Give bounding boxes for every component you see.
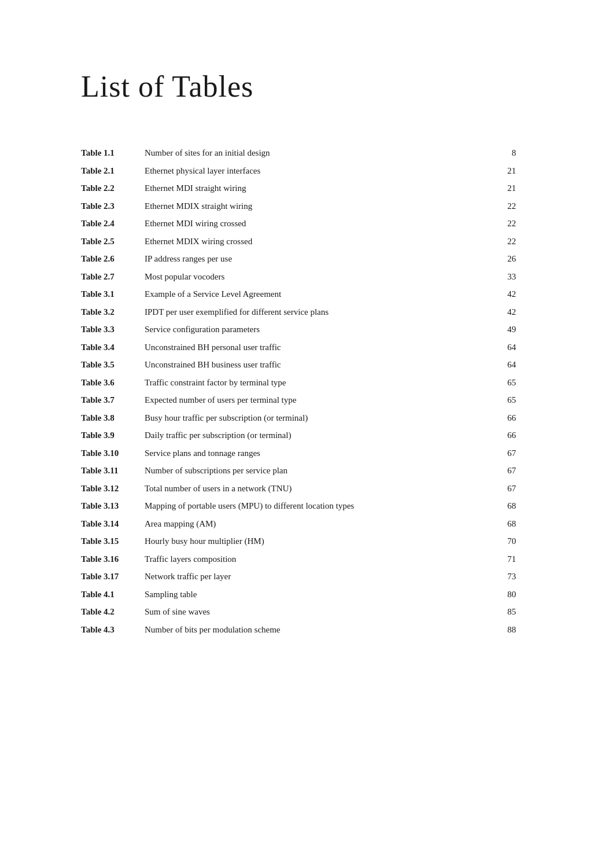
toc-page-number: 33 [499,268,516,286]
table-row: Table 3.6Traffic constraint factor by te… [81,374,516,392]
toc-label: Table 3.13 [81,497,145,515]
table-row: Table 3.13Mapping of portable users (MPU… [81,497,516,515]
toc-label: Table 3.2 [81,303,145,321]
table-row: Table 4.1Sampling table80 [81,586,516,604]
table-row: Table 3.16Traffic layers composition71 [81,550,516,568]
toc-page-number: 42 [499,285,516,303]
toc-page-number: 66 [499,409,516,427]
toc-description: Total number of users in a network (TNU) [145,480,499,498]
toc-label: Table 3.16 [81,550,145,568]
toc-label: Table 4.1 [81,586,145,604]
toc-description: Sampling table [145,586,499,604]
toc-page-number: 22 [499,215,516,233]
toc-page-number: 71 [499,550,516,568]
table-row: Table 3.2IPDT per user exemplified for d… [81,303,516,321]
toc-description: Ethernet MDI straight wiring [145,179,499,197]
toc-page-number: 70 [499,532,516,550]
toc-label: Table 4.3 [81,621,145,639]
table-row: Table 3.12Total number of users in a net… [81,480,516,498]
page-title: List of Tables [81,69,516,104]
toc-description: Ethernet MDIX wiring crossed [145,233,499,251]
toc-label: Table 3.10 [81,444,145,462]
toc-label: Table 3.3 [81,321,145,339]
table-row: Table 2.1Ethernet physical layer interfa… [81,162,516,180]
toc-description: Sum of sine waves [145,603,499,621]
toc-page-number: 67 [499,480,516,498]
table-row: Table 3.17Network traffic per layer73 [81,568,516,586]
toc-label: Table 2.5 [81,233,145,251]
table-row: Table 2.5Ethernet MDIX wiring crossed22 [81,233,516,251]
toc-label: Table 3.8 [81,409,145,427]
table-row: Table 2.2Ethernet MDI straight wiring21 [81,179,516,197]
toc-label: Table 1.1 [81,144,145,162]
toc-description: Unconstrained BH personal user traffic [145,339,499,356]
toc-page-number: 21 [499,162,516,180]
toc-description: Number of sites for an initial design [145,144,499,162]
toc-page-number: 73 [499,568,516,586]
toc-description: Ethernet MDIX straight wiring [145,197,499,215]
table-row: Table 3.3Service configuration parameter… [81,321,516,339]
table-row: Table 2.7Most popular vocoders33 [81,268,516,286]
table-row: Table 3.5Unconstrained BH business user … [81,356,516,374]
toc-label: Table 2.4 [81,215,145,233]
table-row: Table 3.14Area mapping (AM)68 [81,515,516,533]
toc-label: Table 3.12 [81,480,145,498]
toc-label: Table 3.15 [81,532,145,550]
toc-page-number: 67 [499,444,516,462]
toc-page-number: 22 [499,197,516,215]
toc-description: Number of bits per modulation scheme [145,621,499,639]
toc-label: Table 2.6 [81,250,145,268]
toc-description: Example of a Service Level Agreement [145,285,499,303]
toc-label: Table 3.1 [81,285,145,303]
toc-page-number: 8 [499,144,516,162]
toc-description: Network traffic per layer [145,568,499,586]
toc-label: Table 3.5 [81,356,145,374]
table-row: Table 2.4Ethernet MDI wiring crossed22 [81,215,516,233]
table-row: Table 3.9Daily traffic per subscription … [81,426,516,444]
toc-label: Table 3.14 [81,515,145,533]
toc-page-number: 68 [499,515,516,533]
table-row: Table 2.3Ethernet MDIX straight wiring22 [81,197,516,215]
toc-page-number: 68 [499,497,516,515]
toc-label: Table 2.7 [81,268,145,286]
toc-description: Ethernet physical layer interfaces [145,162,499,180]
toc-description: Area mapping (AM) [145,515,499,533]
toc-label: Table 3.9 [81,426,145,444]
toc-page-number: 65 [499,391,516,409]
toc-description: IPDT per user exemplified for different … [145,303,499,321]
toc-label: Table 3.4 [81,339,145,356]
toc-page-number: 80 [499,586,516,604]
toc-description: Most popular vocoders [145,268,499,286]
toc-label: Table 3.17 [81,568,145,586]
toc-description: Expected number of users per terminal ty… [145,391,499,409]
toc-description: Unconstrained BH business user traffic [145,356,499,374]
table-row: Table 3.7Expected number of users per te… [81,391,516,409]
toc-page-number: 49 [499,321,516,339]
toc-label: Table 2.3 [81,197,145,215]
toc-page-number: 85 [499,603,516,621]
table-row: Table 4.2Sum of sine waves85 [81,603,516,621]
toc-description: IP address ranges per use [145,250,499,268]
table-row: Table 3.11Number of subscriptions per se… [81,462,516,480]
toc-description: Ethernet MDI wiring crossed [145,215,499,233]
toc-table: Table 1.1Number of sites for an initial … [81,144,516,638]
toc-description: Service configuration parameters [145,321,499,339]
toc-label: Table 2.2 [81,179,145,197]
toc-label: Table 3.11 [81,462,145,480]
table-row: Table 1.1Number of sites for an initial … [81,144,516,162]
toc-description: Mapping of portable users (MPU) to diffe… [145,497,499,515]
toc-page-number: 67 [499,462,516,480]
toc-page-number: 42 [499,303,516,321]
table-row: Table 3.8Busy hour traffic per subscript… [81,409,516,427]
toc-description: Service plans and tonnage ranges [145,444,499,462]
toc-description: Traffic layers composition [145,550,499,568]
toc-page-number: 88 [499,621,516,639]
toc-page-number: 22 [499,233,516,251]
toc-label: Table 4.2 [81,603,145,621]
toc-page-number: 64 [499,356,516,374]
toc-label: Table 3.7 [81,391,145,409]
toc-page-number: 26 [499,250,516,268]
toc-description: Daily traffic per subscription (or termi… [145,426,499,444]
table-row: Table 4.3Number of bits per modulation s… [81,621,516,639]
toc-page-number: 64 [499,339,516,356]
